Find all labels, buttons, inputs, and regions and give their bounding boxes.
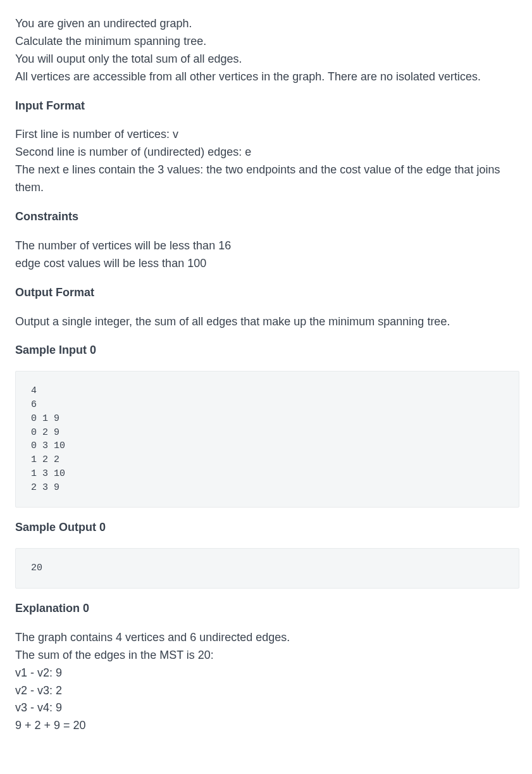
explanation-line: v2 - v3: 2 bbox=[15, 682, 519, 700]
sample-input-heading: Sample Input 0 bbox=[15, 342, 519, 359]
sample-input-code: 4 6 0 1 9 0 2 9 0 3 10 1 2 2 1 3 10 2 3 … bbox=[15, 371, 519, 508]
sample-output-code: 20 bbox=[15, 548, 519, 589]
explanation-line: v1 - v2: 9 bbox=[15, 665, 519, 682]
output-format-heading: Output Format bbox=[15, 284, 519, 302]
explanation-line: 9 + 2 + 9 = 20 bbox=[15, 717, 519, 735]
intro-line: All vertices are accessible from all oth… bbox=[15, 68, 519, 86]
constraints-line: edge cost values will be less than 100 bbox=[15, 255, 519, 273]
constraints-body: The number of vertices will be less than… bbox=[15, 237, 519, 273]
intro-line: You will ouput only the total sum of all… bbox=[15, 51, 519, 68]
explanation-body: The graph contains 4 vertices and 6 undi… bbox=[15, 629, 519, 735]
constraints-heading: Constraints bbox=[15, 208, 519, 226]
input-format-heading: Input Format bbox=[15, 97, 519, 115]
explanation-line: The graph contains 4 vertices and 6 undi… bbox=[15, 629, 519, 647]
intro-line: Calculate the minimum spanning tree. bbox=[15, 33, 519, 51]
output-format-line: Output a single integer, the sum of all … bbox=[15, 313, 519, 331]
explanation-line: v3 - v4: 9 bbox=[15, 699, 519, 717]
output-format-body: Output a single integer, the sum of all … bbox=[15, 313, 519, 331]
input-format-body: First line is number of vertices: v Seco… bbox=[15, 126, 519, 197]
sample-output-heading: Sample Output 0 bbox=[15, 519, 519, 537]
input-format-line: The next e lines contain the 3 values: t… bbox=[15, 161, 519, 197]
explanation-line: The sum of the edges in the MST is 20: bbox=[15, 647, 519, 665]
intro-line: You are given an undirected graph. bbox=[15, 15, 519, 33]
input-format-line: First line is number of vertices: v bbox=[15, 126, 519, 144]
constraints-line: The number of vertices will be less than… bbox=[15, 237, 519, 255]
input-format-line: Second line is number of (undirected) ed… bbox=[15, 144, 519, 161]
problem-intro: You are given an undirected graph. Calcu… bbox=[15, 15, 519, 86]
explanation-heading: Explanation 0 bbox=[15, 600, 519, 618]
